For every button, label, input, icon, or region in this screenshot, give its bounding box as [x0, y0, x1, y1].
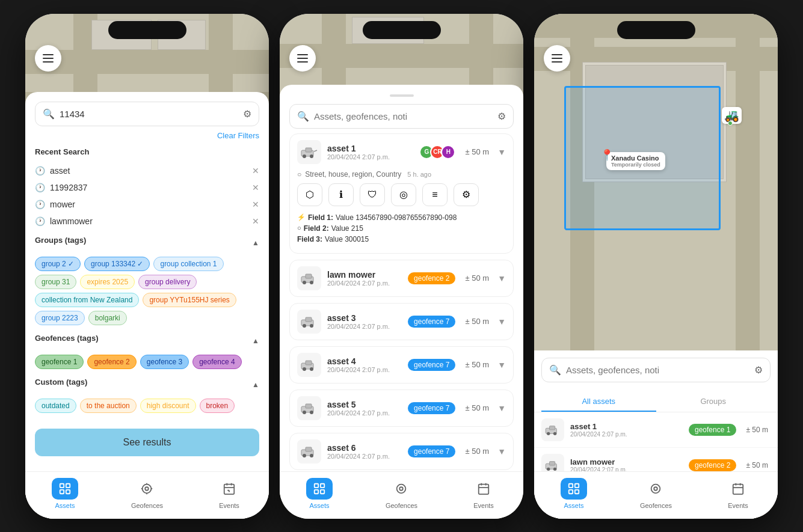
nav-geofences-3[interactable]: Geofences: [640, 478, 672, 509]
svg-point-22: [310, 281, 313, 284]
svg-rect-46: [315, 489, 318, 493]
recent-list: 🕐 asset ✕ 🕐 11992837 ✕ 🕐 mower: [35, 162, 259, 230]
svg-rect-2: [60, 489, 64, 493]
asset-info-1: asset 1 20/04/2024 2:07 p.m.: [327, 144, 413, 161]
tag-group-delivery[interactable]: group delivery: [138, 275, 197, 289]
tag-group133342[interactable]: group 133342 ✓: [84, 257, 150, 271]
tag-group2223[interactable]: group 2223: [35, 311, 85, 325]
search-icon: 🔍: [43, 108, 55, 120]
screen-2: 🔍 ⚙ a: [280, 14, 523, 519]
tag-high-discount[interactable]: high discount: [140, 399, 196, 413]
filter-icon[interactable]: ⚙: [243, 108, 251, 120]
search-bar-3: 🔍 ⚙: [541, 358, 771, 382]
tab-all-assets[interactable]: All assets: [541, 392, 656, 412]
location-dot-icon: ○: [297, 170, 301, 179]
chevron-4[interactable]: ▼: [497, 360, 506, 370]
tag-group-collection1[interactable]: group collection 1: [153, 257, 223, 271]
tag-to-auction[interactable]: to the auction: [80, 399, 137, 413]
menu-bar: [552, 58, 562, 59]
chevron-3[interactable]: ▼: [497, 317, 506, 326]
close-icon[interactable]: ✕: [252, 216, 259, 226]
search-input-2[interactable]: [314, 111, 493, 121]
tabs-row-3: All assets Groups: [534, 392, 778, 412]
nav-assets-label-2: Assets: [309, 502, 329, 509]
tag-geofence2[interactable]: geofence 2: [87, 355, 136, 369]
svg-rect-68: [569, 489, 573, 493]
tag-group31[interactable]: group 31: [35, 275, 76, 289]
tab-groups[interactable]: Groups: [656, 392, 771, 412]
nav-events-2[interactable]: Events: [470, 478, 497, 509]
menu-button-3[interactable]: [544, 45, 570, 72]
svg-rect-27: [306, 317, 312, 322]
geofences-icon-wrap-2: [388, 478, 414, 500]
tag-bolgarki[interactable]: bolgarki: [88, 311, 127, 325]
nav-assets[interactable]: Assets: [52, 478, 78, 509]
search-bar: 🔍 ⚙: [35, 102, 259, 126]
badge-geofence2-3: geofence 2: [689, 459, 736, 471]
results-panel: 🔍 ⚙ a: [280, 85, 523, 477]
field-icon-2: ○: [297, 224, 301, 233]
action-target-btn[interactable]: ◎: [391, 183, 416, 206]
action-settings-btn[interactable]: ⚙: [454, 183, 479, 206]
filter-icon-3[interactable]: ⚙: [754, 364, 763, 376]
chevron-down-1[interactable]: ▼: [497, 147, 506, 157]
casino-label: Xanadu Casino Temporarily closed: [606, 152, 665, 170]
dist-5: ± 50 m: [465, 403, 489, 412]
menu-button[interactable]: [35, 45, 61, 72]
nav-geofences[interactable]: Geofences: [131, 478, 163, 509]
asset-name-3: asset 3: [327, 313, 402, 323]
svg-point-5: [146, 487, 149, 491]
search-input-3[interactable]: [566, 365, 749, 375]
nav-events[interactable]: Events: [216, 478, 242, 509]
casino-name: Xanadu Casino: [611, 154, 660, 162]
asset-date-4: 20/04/2024 2:07 p.m.: [327, 366, 402, 373]
tag-geofence3[interactable]: geofence 3: [140, 355, 189, 369]
dist-4: ± 50 m: [465, 360, 489, 369]
action-info-btn[interactable]: ℹ: [328, 183, 354, 206]
nav-geofences-2[interactable]: Geofences: [386, 478, 417, 509]
chevron-5[interactable]: ▼: [497, 403, 506, 413]
nav-assets-2[interactable]: Assets: [306, 478, 333, 509]
asset-icon-3: [297, 310, 321, 334]
chevron-lawnmower[interactable]: ▼: [497, 274, 506, 283]
field-value-3: Value 300015: [325, 235, 369, 243]
tag-geofence4[interactable]: geofence 4: [192, 355, 241, 369]
action-list-btn[interactable]: ≡: [422, 183, 448, 206]
close-icon[interactable]: ✕: [252, 166, 259, 176]
asset-date-3: 20/04/2024 2:07 p.m.: [327, 323, 402, 330]
chevron-up-custom-icon[interactable]: ▲: [252, 381, 259, 389]
asset-info-3: asset 3 20/04/2024 2:07 p.m.: [327, 313, 402, 330]
chevron-up-geofences-icon[interactable]: ▲: [252, 337, 259, 345]
tag-geofence1[interactable]: geofence 1: [35, 355, 84, 369]
drag-handle: [390, 94, 414, 97]
tag-expires2025[interactable]: expires 2025: [80, 275, 135, 289]
svg-point-38: [310, 454, 313, 457]
recent-text: mower: [50, 200, 75, 209]
tag-group2[interactable]: group 2 ✓: [35, 257, 81, 271]
time-ago-1: 5 h. ago: [407, 171, 431, 178]
svg-point-59: [547, 467, 550, 470]
close-icon[interactable]: ✕: [252, 200, 259, 209]
nav-assets-3[interactable]: Assets: [561, 478, 587, 509]
action-vector-btn[interactable]: ⬡: [297, 183, 322, 206]
asset-row-5: asset 5 20/04/2024 2:07 p.m. geofence 7 …: [290, 390, 513, 426]
chevron-up-icon[interactable]: ▲: [252, 239, 259, 247]
tag-collection-nz[interactable]: collection from New Zealand: [35, 293, 139, 307]
tag-group-yy[interactable]: group YYTu155HJ series: [143, 293, 236, 307]
action-shield-btn[interactable]: 🛡: [360, 183, 385, 206]
close-icon[interactable]: ✕: [252, 183, 259, 192]
search-input[interactable]: [60, 109, 238, 119]
filter-icon-2[interactable]: ⚙: [497, 111, 506, 122]
clock-icon: 🕐: [35, 200, 45, 209]
location-row-1: ○ Street, house, region, Country 5 h. ag…: [297, 170, 506, 179]
menu-button-2[interactable]: [289, 45, 316, 72]
tag-broken[interactable]: broken: [200, 399, 235, 413]
clear-filters-btn[interactable]: Clear Filters: [35, 131, 259, 140]
nav-events-3[interactable]: Events: [725, 478, 751, 509]
dist-3: ± 50 m: [465, 317, 489, 326]
tag-outdated[interactable]: outdated: [35, 399, 76, 413]
asset-icon-1: [297, 140, 321, 164]
avatar-h: H: [441, 145, 455, 159]
chevron-6[interactable]: ▼: [497, 447, 506, 456]
see-results-button[interactable]: See results: [35, 429, 259, 456]
